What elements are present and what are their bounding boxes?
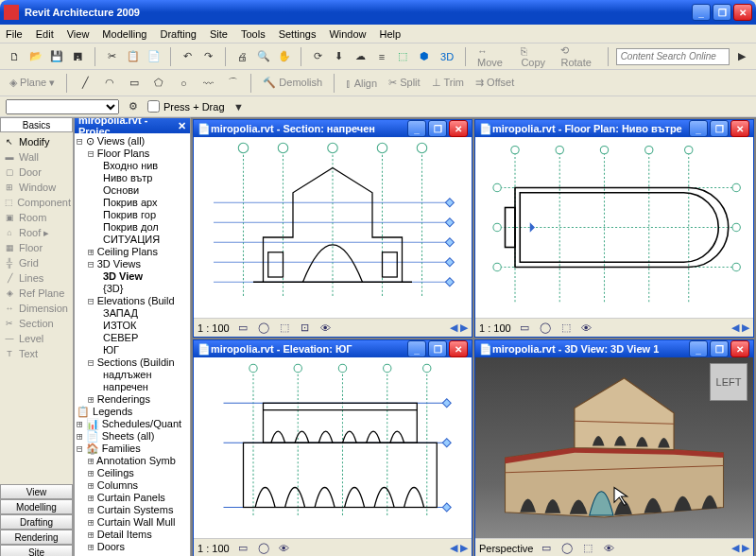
shadow-icon[interactable]: ⬚ [580, 541, 595, 556]
close-button[interactable]: ✕ [449, 120, 468, 137]
style-icon[interactable]: ◯ [559, 541, 575, 556]
open-button[interactable]: 📂 [26, 46, 43, 67]
search-input[interactable] [616, 48, 730, 65]
rotate-button[interactable]: ⟲ Rotate [557, 44, 599, 68]
menu-site[interactable]: Site [210, 28, 228, 40]
cube-icon[interactable]: ⬢ [416, 46, 433, 67]
trim-button[interactable]: ⊥ Trim [428, 77, 468, 89]
view-3d-header[interactable]: 📄 miropolia.rvt - 3D View: 3D View 1 _❐✕ [475, 340, 753, 357]
scroll-icon[interactable]: ◀ ▶ [731, 542, 749, 554]
threeD-button[interactable]: 3D [437, 51, 457, 62]
minimize-button[interactable]: _ [689, 340, 708, 357]
maximize-button[interactable]: ❐ [713, 4, 731, 21]
paste-button[interactable]: 📄 [146, 46, 163, 67]
menu-window[interactable]: Window [329, 28, 366, 40]
menu-modelling[interactable]: Modelling [102, 28, 146, 40]
press-drag-checkbox[interactable]: Press + Drag [147, 100, 225, 113]
poly-icon[interactable]: ⬠ [148, 73, 169, 94]
filter-prop-icon[interactable]: ⚙ [123, 96, 144, 117]
floorplan-canvas[interactable] [475, 137, 753, 318]
tool-floor[interactable]: ▦Floor [2, 240, 71, 255]
undo-button[interactable]: ↶ [179, 46, 196, 67]
tool-roof[interactable]: ⌂Roof ▸ [2, 225, 71, 240]
demolish-button[interactable]: 🔨 Demolish [259, 77, 326, 89]
tab-rendering[interactable]: Rendering [0, 530, 73, 545]
view-section-header[interactable]: 📄 miropolia.rvt - Section: напречен _❐✕ [194, 120, 472, 137]
detail-icon[interactable]: ▭ [235, 321, 250, 336]
copy-button[interactable]: 📋 [124, 46, 141, 67]
box-icon[interactable]: ⬚ [394, 46, 411, 67]
tool-grid[interactable]: ╬Grid [2, 255, 71, 270]
new-button[interactable]: 🗋 [6, 46, 23, 67]
view-cube[interactable]: LEFT [710, 363, 747, 401]
plane-button[interactable]: ◈ Plane ▾ [6, 77, 59, 89]
scale-label[interactable]: 1 : 100 [198, 322, 230, 334]
offset-button[interactable]: ⇉ Offset [472, 77, 518, 89]
go-icon[interactable]: ▶ [733, 46, 750, 67]
hide-icon[interactable]: 👁 [579, 321, 594, 336]
print-button[interactable]: 🖨 [233, 46, 250, 67]
project-tree[interactable]: ⊟ ⊙ Views (all) ⊟ Floor Plans Входно нив… [75, 133, 190, 556]
detail-icon[interactable]: ▭ [517, 321, 532, 336]
align-button[interactable]: ⫿ Align [342, 78, 381, 89]
type-selector[interactable] [6, 99, 119, 114]
tool-section[interactable]: ✂Section [2, 316, 71, 331]
menu-drafting[interactable]: Drafting [160, 28, 197, 40]
cut-button[interactable]: ✂ [103, 46, 120, 67]
rect-icon[interactable]: ▭ [124, 73, 145, 94]
tab-site[interactable]: Site [0, 545, 73, 556]
tool-refplane[interactable]: ◈Ref Plane [2, 286, 71, 301]
scale-label[interactable]: 1 : 100 [198, 543, 230, 554]
hide-icon[interactable]: 👁 [318, 321, 334, 336]
view-elevation-header[interactable]: 📄 miropolia.rvt - Elevation: ЮГ _❐✕ [194, 340, 472, 357]
tool-dimension[interactable]: ↔Dimension [2, 301, 71, 316]
shadow-icon[interactable]: ⬚ [558, 321, 574, 336]
tab-basics[interactable]: Basics [0, 117, 73, 132]
menu-view[interactable]: View [67, 28, 90, 40]
scroll-icon[interactable]: ◀ ▶ [450, 542, 468, 554]
save-button[interactable]: 💾 [48, 46, 65, 67]
cloud-icon[interactable]: ☁ [352, 46, 369, 67]
3d-canvas[interactable]: LEFT [475, 357, 753, 538]
detail-icon[interactable]: ▭ [539, 541, 554, 556]
style-icon[interactable]: ◯ [538, 321, 553, 336]
circle-icon[interactable]: ○ [173, 73, 194, 94]
close-button[interactable]: ✕ [733, 4, 752, 21]
tab-view[interactable]: View [0, 484, 73, 499]
spline-icon[interactable]: 〰 [198, 73, 218, 94]
scale-label[interactable]: Perspective [479, 543, 533, 554]
menu-help[interactable]: Help [380, 28, 402, 40]
line-icon[interactable]: ╱ [75, 73, 95, 94]
hide-icon[interactable]: 👁 [601, 541, 616, 556]
minimize-button[interactable]: _ [689, 120, 708, 137]
tool-lines[interactable]: ╱Lines [2, 270, 71, 286]
list-icon[interactable]: ≡ [373, 46, 390, 67]
minimize-button[interactable]: _ [407, 120, 426, 137]
filter-icon[interactable]: ▼ [229, 96, 249, 117]
arc-icon[interactable]: ◠ [99, 73, 120, 94]
download-icon[interactable]: ⬇ [331, 46, 348, 67]
tab-drafting[interactable]: Drafting [0, 514, 73, 530]
move-button[interactable]: ↔ Move [473, 45, 513, 68]
close-button[interactable]: ✕ [449, 340, 468, 357]
hide-icon[interactable]: 👁 [277, 541, 292, 556]
tool-room[interactable]: ▣Room [2, 210, 71, 225]
maximize-button[interactable]: ❐ [428, 120, 447, 137]
project-browser-header[interactable]: miropolia.rvt - Projec...✕ [75, 118, 190, 133]
tool-modify[interactable]: ↖Modify [2, 134, 71, 149]
section-canvas[interactable] [194, 137, 472, 318]
shadow-icon[interactable]: ⬚ [277, 321, 292, 336]
tool-wall[interactable]: ▬Wall [2, 149, 71, 165]
scroll-icon[interactable]: ◀ ▶ [731, 321, 749, 334]
detail-icon[interactable]: ▭ [235, 541, 250, 556]
style-icon[interactable]: ◯ [256, 321, 271, 336]
fillet-icon[interactable]: ⌒ [222, 73, 243, 94]
close-icon[interactable]: ✕ [178, 120, 186, 132]
tool-door[interactable]: ▢Door [2, 165, 71, 180]
elevation-canvas[interactable] [194, 357, 472, 538]
maximize-button[interactable]: ❐ [710, 340, 729, 357]
redo-button[interactable]: ↷ [200, 46, 217, 67]
tool-level[interactable]: —Level [2, 331, 71, 346]
minimize-button[interactable]: _ [407, 340, 426, 357]
close-button[interactable]: ✕ [730, 120, 749, 137]
